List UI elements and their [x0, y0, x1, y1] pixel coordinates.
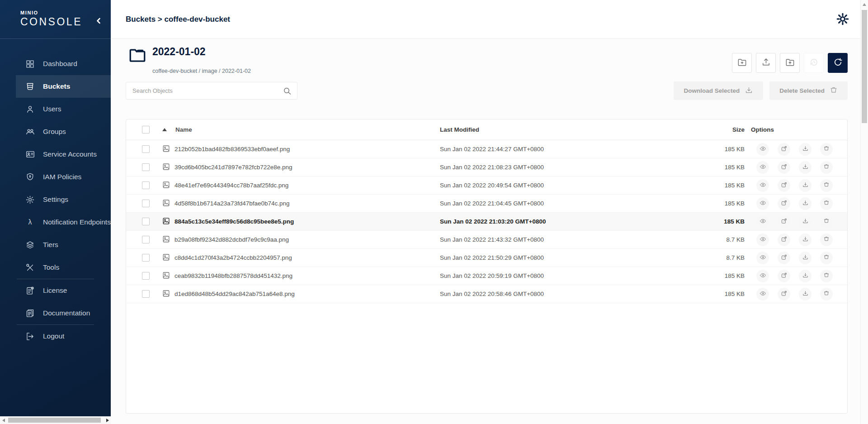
trash-icon — [823, 181, 830, 189]
download-object-button[interactable] — [799, 215, 811, 228]
preview-object-button[interactable] — [756, 161, 769, 174]
sidebar-item-groups[interactable]: Groups — [16, 120, 111, 143]
table-row[interactable]: 4d58f8b1b6714a23a73fd47bfae0b74c.png Sun… — [126, 195, 847, 213]
download-object-button[interactable] — [799, 197, 811, 210]
table-row[interactable]: ceab9832b11948bfb2887578dd451432.png Sun… — [126, 267, 847, 285]
preview-object-button[interactable] — [756, 270, 769, 282]
preview-object-button[interactable] — [756, 252, 769, 264]
preview-object-button[interactable] — [756, 288, 769, 300]
scroll-up-icon[interactable] — [863, 3, 866, 6]
delete-object-button[interactable] — [820, 161, 833, 174]
breadcrumb[interactable]: Buckets > coffee-dev-bucket — [126, 15, 230, 24]
open-object-button[interactable] — [778, 197, 790, 210]
sidebar-collapse-button[interactable] — [94, 16, 104, 26]
refresh-button[interactable] — [828, 53, 848, 73]
rewind-button[interactable] — [804, 53, 824, 73]
preview-object-button[interactable] — [756, 233, 769, 246]
open-object-button[interactable] — [778, 143, 790, 156]
delete-object-button[interactable] — [820, 270, 833, 282]
horizontal-scrollbar[interactable] — [0, 416, 111, 424]
license-icon — [25, 286, 35, 296]
table-row[interactable]: 212b052b1bad482fb8369533ebf0aeef.png Sun… — [126, 140, 847, 158]
row-checkbox[interactable] — [142, 218, 150, 225]
delete-selected-button[interactable]: Delete Selected — [769, 81, 848, 100]
open-object-button[interactable] — [778, 233, 790, 246]
column-header-name[interactable]: Name — [162, 126, 440, 133]
sidebar-item-settings[interactable]: Settings — [16, 188, 111, 211]
scroll-left-icon[interactable] — [2, 419, 5, 422]
open-object-button[interactable] — [778, 161, 790, 174]
download-object-button[interactable] — [799, 143, 811, 156]
vertical-scrollbar-thumb[interactable] — [862, 10, 867, 123]
table-row[interactable]: b29a08fbf92342d882dcbdf7e9c9c9aa.png Sun… — [126, 231, 847, 249]
delete-object-button[interactable] — [820, 233, 833, 246]
table-row[interactable]: c8dd4c1d270f43a2b4724ccbb2204957.png Sun… — [126, 249, 847, 267]
search-objects-input[interactable] — [126, 82, 297, 99]
open-object-button[interactable] — [778, 252, 790, 264]
open-object-button[interactable] — [778, 215, 790, 228]
object-size: 185 KB — [630, 164, 745, 171]
row-checkbox[interactable] — [142, 200, 150, 207]
horizontal-scrollbar-thumb[interactable] — [8, 418, 101, 423]
sidebar-item-documentation[interactable]: Documentation — [16, 302, 111, 324]
row-checkbox[interactable] — [142, 290, 150, 298]
download-selected-button[interactable]: Download Selected — [674, 81, 763, 100]
sidebar-item-buckets[interactable]: Buckets — [16, 75, 111, 98]
download-object-button[interactable] — [799, 161, 811, 174]
open-preview-icon — [781, 200, 788, 208]
delete-object-button[interactable] — [820, 143, 833, 156]
open-object-button[interactable] — [778, 288, 790, 300]
download-object-button[interactable] — [799, 252, 811, 264]
delete-object-button[interactable] — [820, 288, 833, 300]
open-object-button[interactable] — [778, 270, 790, 282]
column-header-options: Options — [745, 126, 847, 133]
console-settings-button[interactable] — [834, 10, 852, 29]
sidebar-item-tiers[interactable]: Tiers — [16, 233, 111, 256]
download-icon — [802, 163, 809, 172]
table-row[interactable]: 48e41ef7e69c443494cc78b7aaf25fdc.png Sun… — [126, 176, 847, 195]
sidebar-item-service-accounts[interactable]: Service Accounts — [16, 143, 111, 166]
sidebar-item-tools[interactable]: Tools — [16, 256, 111, 279]
top-header: Buckets > coffee-dev-bucket — [111, 0, 868, 39]
preview-object-button[interactable] — [756, 179, 769, 192]
row-checkbox[interactable] — [142, 272, 150, 280]
delete-object-button[interactable] — [820, 197, 833, 210]
sidebar-item-iam-policies[interactable]: IAM Policies — [16, 166, 111, 188]
table-row[interactable]: d1ed868d48b54dd29ac842ab751a64e8.png Sun… — [126, 285, 847, 303]
image-file-icon — [162, 163, 170, 172]
download-icon — [745, 86, 753, 96]
sidebar-item-dashboard[interactable]: Dashboard — [16, 52, 111, 75]
open-preview-icon — [781, 290, 788, 298]
open-object-button[interactable] — [778, 179, 790, 192]
row-checkbox[interactable] — [142, 181, 150, 189]
download-object-button[interactable] — [799, 270, 811, 282]
delete-object-button[interactable] — [820, 179, 833, 192]
delete-object-button[interactable] — [820, 215, 833, 228]
scroll-right-icon[interactable] — [106, 419, 109, 422]
preview-object-button[interactable] — [756, 197, 769, 210]
upload-file-button[interactable] — [756, 53, 776, 73]
select-all-checkbox[interactable] — [142, 126, 150, 133]
preview-object-button[interactable] — [756, 143, 769, 156]
preview-object-button[interactable] — [756, 215, 769, 228]
row-checkbox[interactable] — [142, 254, 150, 262]
sidebar-item-license[interactable]: License — [16, 279, 111, 302]
new-path-button[interactable] — [732, 53, 752, 73]
download-object-button[interactable] — [799, 288, 811, 300]
object-name: 39cd6b405bc241d7897e782fcb722e8e.png — [175, 164, 292, 171]
sidebar-item-notification-endpoints[interactable]: λ Notification Endpoints — [16, 211, 111, 233]
logo: MINIO CONSOLE — [0, 0, 111, 39]
vertical-scrollbar[interactable] — [860, 0, 868, 424]
row-checkbox[interactable] — [142, 236, 150, 243]
upload-folder-button[interactable] — [780, 53, 800, 73]
sidebar-item-users[interactable]: Users — [16, 98, 111, 120]
download-object-button[interactable] — [799, 233, 811, 246]
sidebar-item-logout[interactable]: Logout — [16, 325, 111, 348]
delete-object-button[interactable] — [820, 252, 833, 264]
download-object-button[interactable] — [799, 179, 811, 192]
table-row[interactable]: 884a5c13c5e34eff89c56d8c95bee8e5.png Sun… — [126, 213, 847, 231]
table-row[interactable]: 39cd6b405bc241d7897e782fcb722e8e.png Sun… — [126, 158, 847, 176]
object-modified: Sun Jan 02 2022 21:43:32 GMT+0800 — [440, 236, 630, 243]
row-checkbox[interactable] — [142, 163, 150, 171]
row-checkbox[interactable] — [142, 145, 150, 153]
